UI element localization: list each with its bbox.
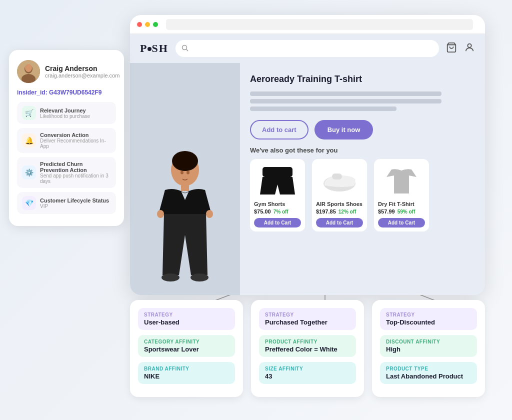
rec-discount-0: 7% off xyxy=(274,209,288,214)
dot-yellow xyxy=(145,22,150,27)
rec-item-0: Gym Shorts $75.00 7% off Add to Cart xyxy=(250,159,305,232)
rec-add-cart-button-2[interactable]: Add to Cart xyxy=(378,218,425,228)
strategy-label-2: Strategy xyxy=(386,312,471,318)
rec-price-1: $197.85 xyxy=(316,208,336,214)
affinity1-badge-0: Category Affinity Sportswear Lover xyxy=(138,335,235,357)
rec-img-2 xyxy=(379,163,424,198)
info-text-0: Relevant Journey Likelihood to purchase xyxy=(40,108,90,119)
browser-url xyxy=(166,19,473,30)
strategy-label-1: Strategy xyxy=(265,312,350,318)
rec-add-cart-button-0[interactable]: Add to Cart xyxy=(254,218,301,228)
rec-img-0 xyxy=(255,163,300,198)
affinity1-label-1: Product Affinity xyxy=(265,339,350,344)
rec-name-2: Dry Fit T-Shirt xyxy=(378,201,425,207)
strategy-value-1: Purchased Together xyxy=(265,318,350,326)
product-details: Aeroready Training T-shirt Add to cart B… xyxy=(240,63,485,295)
affinity2-label-1: Size Affinity xyxy=(265,366,350,372)
product-image-area xyxy=(130,63,240,295)
info-sub-2: Send app push notification in 3 days xyxy=(40,173,111,184)
affinity1-value-1: Preffered Color = White xyxy=(265,346,350,353)
svg-point-11 xyxy=(157,210,164,218)
info-icon-1: 🔔 xyxy=(22,134,36,148)
info-label-1: Conversion Action xyxy=(40,132,111,138)
strategy-value-0: User-based xyxy=(144,318,229,326)
cart-icon[interactable] xyxy=(446,42,457,56)
buy-now-button[interactable]: Buy it now xyxy=(314,120,374,140)
product-actions: Add to cart Buy it now xyxy=(250,120,475,140)
info-item-1: 🔔 Conversion Action Deliver Recommendati… xyxy=(17,128,116,153)
rec-prices-2: $57.99 59% off xyxy=(378,208,425,214)
desc-line-3 xyxy=(250,106,396,111)
info-icon-3: 💎 xyxy=(22,196,36,210)
strategy-badge-2: Strategy Top-Discounted xyxy=(380,308,477,330)
info-icon-0: 🛒 xyxy=(22,106,36,120)
strategy-badge-0: Strategy User-based xyxy=(138,308,235,330)
browser-bar xyxy=(130,15,485,34)
strategy-value-2: Top-Discounted xyxy=(386,318,471,326)
svg-point-14 xyxy=(190,274,208,282)
svg-point-13 xyxy=(162,274,180,282)
rec-add-cart-button-1[interactable]: Add to Cart xyxy=(316,218,363,228)
shop-search-bar[interactable] xyxy=(176,40,439,57)
account-icon[interactable] xyxy=(464,42,475,56)
product-desc-lines xyxy=(250,92,475,111)
info-icon-2: ⚙️ xyxy=(22,166,36,180)
product-image xyxy=(145,135,225,295)
affinity2-label-0: Brand Affinity xyxy=(144,366,229,372)
insider-id-label: insider_id: xyxy=(17,89,48,96)
rec-name-1: AIR Sports Shoes xyxy=(316,201,363,207)
add-to-cart-button[interactable]: Add to cart xyxy=(250,120,308,140)
affinity1-badge-1: Product Affinity Preffered Color = White xyxy=(259,335,356,357)
rec-item-1: AIR Sports Shoes $197.85 12% off Add to … xyxy=(312,159,367,232)
avatar xyxy=(17,60,40,83)
user-email: craig.anderson@example.com xyxy=(45,72,120,78)
search-icon xyxy=(182,44,188,53)
rec-name-0: Gym Shorts xyxy=(254,201,301,207)
insider-id: insider_id: G43W79UD6542F9 xyxy=(17,89,116,96)
svg-point-3 xyxy=(25,64,32,72)
info-text-3: Customer Lifecycle Status VIP xyxy=(40,198,109,209)
shop-nav: PSH xyxy=(130,34,485,63)
svg-point-7 xyxy=(468,44,471,47)
affinity2-badge-0: Brand Affinity NIKE xyxy=(138,362,235,384)
strategy-badge-1: Strategy Purchased Together xyxy=(259,308,356,330)
affinity1-value-2: High xyxy=(386,346,471,353)
info-text-1: Conversion Action Deliver Recommendation… xyxy=(40,132,111,149)
desc-line-1 xyxy=(250,92,442,96)
rec-discount-2: 59% off xyxy=(398,209,416,214)
desc-line-2 xyxy=(250,99,442,104)
rec-img-1 xyxy=(317,163,362,198)
rec-prices-0: $75.00 7% off xyxy=(254,208,301,214)
shop-content: Aeroready Training T-shirt Add to cart B… xyxy=(130,63,485,295)
scene: Craig Anderson craig.anderson@example.co… xyxy=(0,0,512,420)
info-label-0: Relevant Journey xyxy=(40,108,90,114)
affinity1-value-0: Sportswear Lover xyxy=(144,346,229,353)
info-sub-1: Deliver Recommendations In-App xyxy=(40,138,111,149)
affinity2-value-0: NIKE xyxy=(144,372,229,380)
rec-discount-1: 12% off xyxy=(338,209,356,214)
shop-icons xyxy=(446,42,475,56)
recommended-items: Gym Shorts $75.00 7% off Add to Cart AIR… xyxy=(250,159,475,232)
dot-green xyxy=(153,22,158,27)
browser-panel: PSH xyxy=(130,15,485,295)
rec-item-2: Dry Fit T-Shirt $57.99 59% off Add to Ca… xyxy=(374,159,429,232)
info-sub-0: Likelihood to purchase xyxy=(40,114,90,119)
svg-line-5 xyxy=(186,49,188,51)
info-item-3: 💎 Customer Lifecycle Status VIP xyxy=(17,192,116,214)
shop-logo: PSH xyxy=(140,42,168,55)
svg-point-12 xyxy=(206,210,213,218)
info-label-2: Predicted Churn Prevention Action xyxy=(40,161,111,173)
affinity2-label-2: Product Type xyxy=(386,366,471,372)
strategy-card-0: Strategy User-based Category Affinity Sp… xyxy=(130,300,243,397)
strategy-card-1: Strategy Purchased Together Product Affi… xyxy=(251,300,364,397)
strategy-label-0: Strategy xyxy=(144,312,229,318)
also-got-label: We've also got these for you xyxy=(250,146,475,154)
strategy-card-2: Strategy Top-Discounted Discount Affinit… xyxy=(372,300,485,397)
svg-point-15 xyxy=(180,171,184,174)
insider-id-value: G43W79UD6542F9 xyxy=(49,89,102,96)
user-info: Craig Anderson craig.anderson@example.co… xyxy=(45,64,120,78)
rec-prices-1: $197.85 12% off xyxy=(316,208,363,214)
affinity1-label-2: Discount Affinity xyxy=(386,339,471,344)
info-items: 🛒 Relevant Journey Likelihood to purchas… xyxy=(17,102,116,214)
affinity1-badge-2: Discount Affinity High xyxy=(380,335,477,357)
